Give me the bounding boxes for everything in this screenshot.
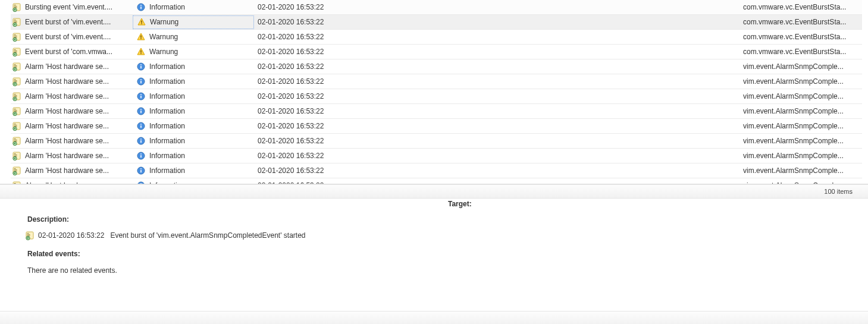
cell-type: Information xyxy=(133,166,254,175)
event-detail-scroll[interactable]: Target: Description: 02-01-2020 16:53:22… xyxy=(11,199,862,311)
detail-timestamp: 02-01-2020 16:53:22 xyxy=(38,231,104,240)
cell-description: Alarm 'Host hardware se... xyxy=(11,181,133,184)
cell-type-text: Information xyxy=(149,62,185,71)
cell-type: Information xyxy=(133,181,254,184)
cell-description: Alarm 'Host hardware se... xyxy=(11,121,133,131)
table-row[interactable]: Event burst of 'vim.event....Warnung02-0… xyxy=(11,30,862,45)
table-footer: 100 items xyxy=(0,184,868,199)
cell-description-text: Alarm 'Host hardware se... xyxy=(25,107,109,115)
svg-rect-20 xyxy=(140,66,142,68)
cell-date: 02-01-2020 16:53:22 xyxy=(254,152,492,160)
cell-date: 02-01-2020 16:53:22 xyxy=(254,181,492,184)
cell-date: 02-01-2020 16:53:22 xyxy=(254,107,492,115)
svg-rect-3 xyxy=(140,7,142,9)
cell-event-type: com.vmware.vc.EventBurstSta... xyxy=(730,33,862,41)
cell-description-text: Event burst of 'com.vmwa... xyxy=(25,48,112,56)
info-icon xyxy=(136,77,146,86)
table-row[interactable]: Alarm 'Host hardware se...Information02-… xyxy=(11,104,862,119)
svg-rect-21 xyxy=(140,64,142,65)
svg-rect-50 xyxy=(140,155,142,158)
cell-description: Event burst of 'vim.event.... xyxy=(11,17,133,27)
cell-description-text: Alarm 'Host hardware se... xyxy=(25,122,109,130)
svg-rect-8 xyxy=(141,23,142,24)
events-table-body[interactable]: Bursting event 'vim.event....Information… xyxy=(11,0,862,184)
svg-rect-40 xyxy=(140,125,142,128)
cell-type: Information xyxy=(133,2,254,12)
table-row[interactable]: Alarm 'Host hardware se...Information02-… xyxy=(11,163,862,178)
info-icon xyxy=(136,121,146,131)
cell-date: 02-01-2020 16:53:22 xyxy=(254,3,492,11)
cell-date: 02-01-2020 16:53:22 xyxy=(254,92,492,100)
svg-rect-12 xyxy=(140,38,141,39)
event-log-icon xyxy=(12,136,21,146)
cell-event-type: vim.event.AlarmSnmpComple... xyxy=(730,122,862,130)
event-detail: Target: Description: 02-01-2020 16:53:22… xyxy=(0,199,868,311)
cell-date: 02-01-2020 16:53:22 xyxy=(254,122,492,130)
svg-rect-56 xyxy=(140,168,142,169)
svg-rect-51 xyxy=(140,153,142,155)
cell-type: Information xyxy=(133,62,254,71)
cell-date: 02-01-2020 16:53:22 xyxy=(254,18,492,26)
event-log-icon xyxy=(12,77,21,86)
cell-description: Bursting event 'vim.event.... xyxy=(11,2,133,12)
cell-type-text: Information xyxy=(149,122,185,130)
cell-description-text: Alarm 'Host hardware se... xyxy=(25,166,109,175)
cell-description: Alarm 'Host hardware se... xyxy=(11,62,133,71)
svg-rect-11 xyxy=(140,36,141,38)
table-row[interactable]: Bursting event 'vim.event....Information… xyxy=(11,0,862,15)
table-row[interactable]: Event burst of 'vim.event....Warnung02-0… xyxy=(11,15,862,30)
cell-type: Information xyxy=(133,77,254,86)
cell-description-text: Alarm 'Host hardware se... xyxy=(25,62,109,71)
table-row[interactable]: Alarm 'Host hardware se...Information02-… xyxy=(11,149,862,163)
cell-event-type: vim.event.AlarmSnmpComple... xyxy=(730,152,862,160)
event-log-icon xyxy=(12,32,21,42)
cell-event-type: com.vmware.vc.EventBurstSta... xyxy=(730,48,862,56)
cell-date: 02-01-2020 16:53:22 xyxy=(254,77,492,86)
cell-type-text: Information xyxy=(149,166,185,175)
svg-rect-61 xyxy=(140,183,142,184)
cell-date: 02-01-2020 16:53:22 xyxy=(254,62,492,71)
table-row[interactable]: Event burst of 'com.vmwa...Warnung02-01-… xyxy=(11,45,862,59)
svg-rect-15 xyxy=(140,51,141,53)
cell-event-type: vim.event.AlarmSnmpComple... xyxy=(730,181,862,184)
cell-type: Warnung xyxy=(133,47,254,56)
cell-description: Alarm 'Host hardware se... xyxy=(11,136,133,146)
cell-event-type: com.vmware.vc.EventBurstSta... xyxy=(730,18,862,26)
event-log-icon xyxy=(12,151,21,161)
table-row[interactable]: Alarm 'Host hardware se...Information02-… xyxy=(11,89,862,104)
svg-rect-4 xyxy=(140,5,142,6)
svg-rect-46 xyxy=(140,139,142,140)
cell-description-text: Event burst of 'vim.event.... xyxy=(25,33,111,41)
events-panel: Bursting event 'vim.event....Information… xyxy=(0,0,868,324)
cell-type: Information xyxy=(133,106,254,116)
warning-icon xyxy=(137,17,146,27)
items-count: 100 items xyxy=(824,188,853,195)
svg-rect-55 xyxy=(140,170,142,172)
cell-date: 02-01-2020 16:53:22 xyxy=(254,48,492,56)
detail-target-label: Target: xyxy=(448,200,472,208)
cell-date: 02-01-2020 16:53:22 xyxy=(254,137,492,145)
svg-rect-30 xyxy=(140,96,142,98)
cell-description: Alarm 'Host hardware se... xyxy=(11,92,133,101)
detail-message: Event burst of 'vim.event.AlarmSnmpCompl… xyxy=(110,231,305,240)
table-row[interactable]: Alarm 'Host hardware se...Information02-… xyxy=(11,178,862,184)
cell-description-text: Alarm 'Host hardware se... xyxy=(25,92,109,100)
cell-event-type: vim.event.AlarmSnmpComple... xyxy=(730,62,862,71)
cell-description: Alarm 'Host hardware se... xyxy=(11,151,133,161)
cell-type-text: Information xyxy=(149,92,185,100)
table-row[interactable]: Alarm 'Host hardware se...Information02-… xyxy=(11,134,862,149)
cell-description-text: Event burst of 'vim.event.... xyxy=(25,18,111,26)
cell-event-type: vim.event.AlarmSnmpComple... xyxy=(730,107,862,115)
related-events-empty: There are no related events. xyxy=(27,266,857,275)
svg-point-59 xyxy=(137,182,145,184)
table-row[interactable]: Alarm 'Host hardware se...Information02-… xyxy=(11,74,862,89)
table-row[interactable]: Alarm 'Host hardware se...Information02-… xyxy=(11,59,862,74)
cell-date: 02-01-2020 16:53:22 xyxy=(254,166,492,175)
table-row[interactable]: Alarm 'Host hardware se...Information02-… xyxy=(11,119,862,134)
svg-rect-45 xyxy=(140,140,142,143)
cell-event-type: vim.event.AlarmSnmpComple... xyxy=(730,166,862,175)
detail-description-label: Description: xyxy=(27,215,857,224)
related-events-label: Related events: xyxy=(27,250,857,258)
cell-description: Event burst of 'com.vmwa... xyxy=(11,47,133,56)
info-icon xyxy=(136,62,146,71)
